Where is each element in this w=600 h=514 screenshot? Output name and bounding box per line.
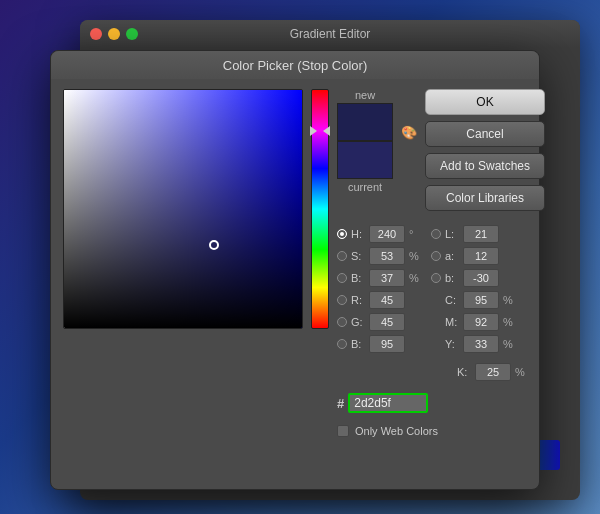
k-unit: % xyxy=(515,366,529,378)
l-row: L: xyxy=(431,225,517,243)
swatch-current[interactable] xyxy=(337,141,393,179)
blue-row: B: xyxy=(337,335,423,353)
hue-arrow-left xyxy=(310,126,317,136)
web-colors-row: Only Web Colors xyxy=(337,425,545,437)
color-lib-icon: 🎨 xyxy=(401,125,417,140)
m-row: M: % xyxy=(431,313,517,331)
color-picker-titlebar: Color Picker (Stop Color) xyxy=(51,51,539,79)
color-picker-dialog: Color Picker (Stop Color) new xyxy=(50,50,540,490)
green-row: G: xyxy=(337,313,423,331)
a-radio[interactable] xyxy=(431,251,441,261)
saturation-row: S: % xyxy=(337,247,423,265)
y-row: Y: % xyxy=(431,335,517,353)
gradient-editor-titlebar: Gradient Editor xyxy=(80,20,580,48)
brightness-radio[interactable] xyxy=(337,273,347,283)
b-lab-radio[interactable] xyxy=(431,273,441,283)
y-input[interactable] xyxy=(463,335,499,353)
ok-button[interactable]: OK xyxy=(425,89,545,115)
m-input[interactable] xyxy=(463,313,499,331)
swatch-new[interactable] xyxy=(337,103,393,141)
color-preview-block: new current xyxy=(337,89,393,193)
red-radio[interactable] xyxy=(337,295,347,305)
cp-right-panel: new current 🎨 OK Cancel Add to Swatches xyxy=(337,89,545,437)
color-field-cursor xyxy=(209,240,219,250)
lab-cmyk-column: L: a: b: xyxy=(431,225,517,353)
maximize-button[interactable] xyxy=(126,28,138,40)
new-label: new xyxy=(355,89,375,101)
brightness-row: B: % xyxy=(337,269,423,287)
hex-row: # xyxy=(337,393,545,413)
hue-radio[interactable] xyxy=(337,229,347,239)
red-input[interactable] xyxy=(369,291,405,309)
k-label: K: xyxy=(457,366,471,378)
a-input[interactable] xyxy=(463,247,499,265)
gradient-editor-title: Gradient Editor xyxy=(290,27,371,41)
l-radio[interactable] xyxy=(431,229,441,239)
color-libraries-button[interactable]: Color Libraries xyxy=(425,185,545,211)
color-picker-body: new current 🎨 OK Cancel Add to Swatches xyxy=(51,79,539,445)
cancel-button[interactable]: Cancel xyxy=(425,121,545,147)
current-label: current xyxy=(348,181,382,193)
color-field-wrapper[interactable] xyxy=(63,89,303,329)
green-radio[interactable] xyxy=(337,317,347,327)
c-row: C: % xyxy=(431,291,517,309)
buttons-area: OK Cancel Add to Swatches Color Librarie… xyxy=(425,89,545,211)
blue-input[interactable] xyxy=(369,335,405,353)
hue-slider-wrapper[interactable] xyxy=(311,89,329,329)
hue-row: H: ° xyxy=(337,225,423,243)
a-row: a: xyxy=(431,247,517,265)
b-lab-input[interactable] xyxy=(463,269,499,287)
cp-preview-and-buttons: new current 🎨 OK Cancel Add to Swatches xyxy=(337,89,545,211)
close-button[interactable] xyxy=(90,28,102,40)
add-to-swatches-button[interactable]: Add to Swatches xyxy=(425,153,545,179)
only-web-colors-label: Only Web Colors xyxy=(355,425,438,437)
saturation-input[interactable] xyxy=(369,247,405,265)
traffic-lights xyxy=(90,28,138,40)
cp-top-row: new current 🎨 OK Cancel Add to Swatches xyxy=(63,89,527,437)
minimize-button[interactable] xyxy=(108,28,120,40)
c-input[interactable] xyxy=(463,291,499,309)
b-lab-row: b: xyxy=(431,269,517,287)
hex-symbol: # xyxy=(337,396,344,411)
hue-input[interactable] xyxy=(369,225,405,243)
blue-radio[interactable] xyxy=(337,339,347,349)
hue-arrow-right xyxy=(323,126,330,136)
color-picker-title: Color Picker (Stop Color) xyxy=(223,58,368,73)
green-input[interactable] xyxy=(369,313,405,331)
red-row: R: xyxy=(337,291,423,309)
brightness-input[interactable] xyxy=(369,269,405,287)
only-web-colors-checkbox[interactable] xyxy=(337,425,349,437)
color-field[interactable] xyxy=(63,89,303,329)
saturation-radio[interactable] xyxy=(337,251,347,261)
color-values: H: ° S: % B: xyxy=(337,225,545,353)
hue-slider[interactable] xyxy=(311,89,329,329)
hsb-rgb-column: H: ° S: % B: xyxy=(337,225,423,353)
hex-input[interactable] xyxy=(348,393,428,413)
l-input[interactable] xyxy=(463,225,499,243)
k-input[interactable] xyxy=(475,363,511,381)
